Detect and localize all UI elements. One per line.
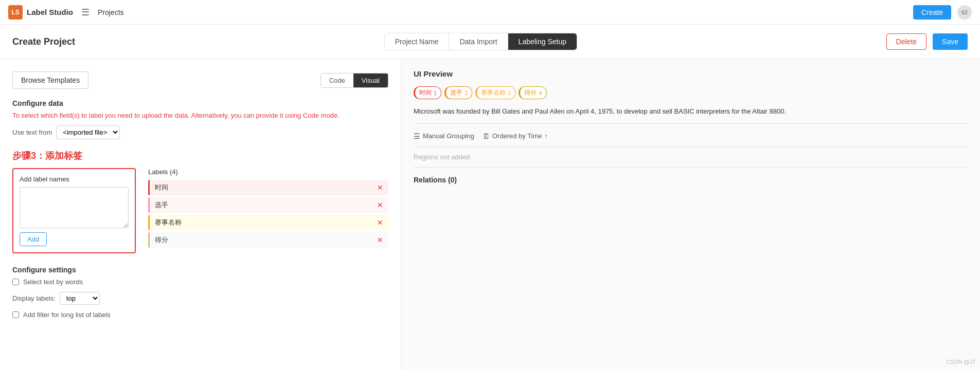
- label-item: 赛事名称 ✕: [148, 215, 388, 230]
- label-text: 选手: [155, 200, 168, 210]
- tag-pill-num: 1: [434, 90, 437, 96]
- label-close-icon[interactable]: ✕: [377, 218, 383, 227]
- tag-pill-num: 3: [508, 90, 511, 96]
- relations-title: Relations (0): [414, 176, 968, 184]
- tab-labeling-setup[interactable]: Labeling Setup: [508, 33, 577, 50]
- regions-empty: Regions not added: [414, 153, 968, 168]
- label-item: 选手 ✕: [148, 197, 388, 213]
- code-view-button[interactable]: Code: [321, 73, 353, 87]
- ui-preview-title: UI Preview: [414, 69, 968, 78]
- add-label-section: Add label names Add Labels (4) 时间 ✕ 选手 ✕: [12, 168, 388, 253]
- configure-data-section: Configure data To select which field(s) …: [12, 99, 388, 139]
- page-header: Create Project Project Name Data Import …: [0, 25, 980, 59]
- nav-right: Create 62: [913, 5, 972, 20]
- tag-pill-label: 时间: [419, 88, 432, 97]
- display-labels-label: Display labels:: [12, 294, 56, 302]
- select-text-by-words-row: Select text by words: [12, 278, 388, 286]
- manual-grouping-icon: ☰: [414, 132, 420, 140]
- select-text-by-words-checkbox[interactable]: [12, 279, 19, 285]
- label-close-icon[interactable]: ✕: [377, 201, 383, 209]
- header-actions: Delete Save: [886, 33, 968, 50]
- labels-title: Labels (4): [148, 168, 388, 176]
- configure-settings-title: Configure settings: [12, 266, 388, 274]
- tab-project-name[interactable]: Project Name: [385, 33, 450, 50]
- tag-pill-label: 选手: [450, 88, 462, 97]
- label-close-icon[interactable]: ✕: [377, 236, 383, 244]
- logo-icon: LS: [8, 5, 23, 20]
- browse-templates-button[interactable]: Browse Templates: [12, 71, 88, 89]
- label-text: 时间: [155, 183, 168, 192]
- configure-data-info: To select which field(s) to label you ne…: [12, 112, 388, 119]
- manual-grouping-label: Manual Grouping: [423, 132, 474, 140]
- select-text-by-words-label: Select text by words: [23, 278, 83, 286]
- labels-section: Labels (4) 时间 ✕ 选手 ✕ 赛事名称 ✕ 得分: [148, 168, 388, 253]
- add-filter-checkbox[interactable]: [12, 311, 19, 318]
- tag-pill-label: 得分: [524, 88, 537, 97]
- tag-pills: 时间 1 选手 2 赛事名称 3 得分 4: [414, 86, 968, 99]
- avatar: 62: [957, 5, 972, 20]
- tag-pill-defen: 得分 4: [519, 86, 546, 99]
- add-label-box: Add label names Add: [12, 168, 136, 253]
- create-button[interactable]: Create: [913, 5, 951, 20]
- manual-grouping-item[interactable]: ☰ Manual Grouping: [414, 132, 474, 140]
- tag-pill-num: 4: [539, 90, 542, 96]
- sort-arrow-icon: ↑: [545, 132, 548, 140]
- page-container: Create Project Project Name Data Import …: [0, 25, 980, 369]
- app-title: Label Studio: [27, 8, 73, 16]
- tag-pill-num: 2: [465, 90, 468, 96]
- add-filter-row: Add filter for long list of labels: [12, 311, 388, 319]
- nav-left: LS Label Studio ☰ Projects: [8, 5, 124, 20]
- label-text: 赛事名称: [155, 218, 182, 227]
- ordered-by-time-item[interactable]: 🗓 Ordered by Time ↑: [483, 132, 548, 140]
- delete-button[interactable]: Delete: [886, 33, 926, 50]
- step-heading: 步骤3：添加标签: [12, 150, 388, 162]
- label-text: 得分: [155, 235, 168, 245]
- right-panel: UI Preview 时间 1 选手 2 赛事名称 3 得分 4: [401, 59, 980, 369]
- add-label-box-title: Add label names: [20, 175, 129, 183]
- add-label-button[interactable]: Add: [20, 232, 47, 246]
- tab-data-import[interactable]: Data Import: [449, 33, 508, 50]
- page-title: Create Project: [12, 36, 75, 47]
- label-item: 得分 ✕: [148, 232, 388, 248]
- projects-link[interactable]: Projects: [98, 8, 124, 16]
- configure-data-title: Configure data: [12, 99, 388, 107]
- display-labels-select[interactable]: top bottom none: [60, 292, 100, 305]
- use-text-row: Use text from <imported file>: [12, 125, 388, 139]
- add-filter-label: Add filter for long list of labels: [23, 311, 111, 319]
- watermark: CSDN @JT: [946, 359, 976, 365]
- tag-pill-shijian: 时间 1: [414, 86, 441, 99]
- preview-text: Microsoft was founded by Bill Gates and …: [414, 106, 968, 124]
- add-label-textarea[interactable]: [20, 187, 129, 228]
- save-button[interactable]: Save: [933, 33, 968, 50]
- use-text-label: Use text from: [12, 128, 52, 136]
- configure-settings-section: Configure settings Select text by words …: [12, 266, 388, 319]
- ordered-by-time-label: Ordered by Time: [492, 132, 542, 140]
- visual-view-button[interactable]: Visual: [353, 73, 388, 87]
- top-actions-row: Browse Templates Code Visual: [12, 71, 388, 89]
- label-close-icon[interactable]: ✕: [377, 183, 383, 192]
- left-panel: Browse Templates Code Visual Configure d…: [0, 59, 401, 369]
- header-tabs: Project Name Data Import Labeling Setup: [384, 33, 577, 50]
- main-content: Browse Templates Code Visual Configure d…: [0, 59, 980, 369]
- label-item: 时间 ✕: [148, 180, 388, 195]
- grouping-bar: ☰ Manual Grouping 🗓 Ordered by Time ↑: [414, 132, 968, 147]
- calendar-icon: 🗓: [483, 132, 490, 140]
- tag-pill-saishimingcheng: 赛事名称 3: [475, 86, 515, 99]
- file-select[interactable]: <imported file>: [56, 125, 120, 139]
- logo-area: LS Label Studio: [8, 5, 73, 20]
- view-toggle: Code Visual: [320, 73, 388, 88]
- top-nav: LS Label Studio ☰ Projects Create 62: [0, 0, 980, 25]
- tag-pill-label: 赛事名称: [481, 88, 506, 97]
- tag-pill-xuanshou: 选手 2: [444, 86, 472, 99]
- display-labels-row: Display labels: top bottom none: [12, 292, 388, 305]
- hamburger-icon[interactable]: ☰: [81, 7, 90, 18]
